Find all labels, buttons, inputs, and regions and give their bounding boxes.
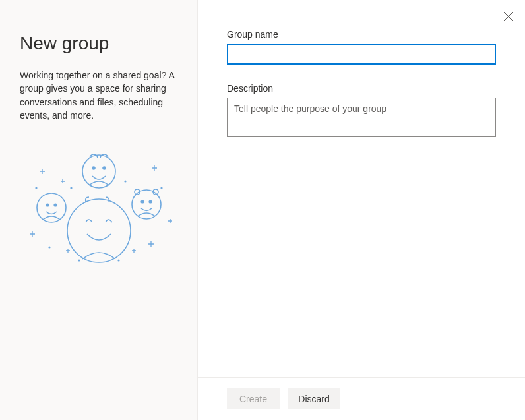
sidebar-panel: New group Working together on a shared g…: [0, 0, 198, 420]
create-button[interactable]: Create: [227, 388, 280, 409]
panel-description: Working together on a shared goal? A gro…: [20, 69, 177, 122]
svg-point-3: [103, 167, 106, 169]
group-illustration-icon: [20, 148, 177, 276]
svg-point-17: [117, 260, 119, 262]
panel-title: New group: [20, 33, 177, 54]
svg-point-5: [46, 204, 49, 206]
form-area: Group name Description: [198, 0, 525, 377]
discard-button[interactable]: Discard: [288, 388, 340, 409]
svg-point-16: [35, 187, 37, 189]
footer-actions: Create Discard: [198, 377, 525, 420]
svg-point-12: [70, 187, 72, 189]
close-button[interactable]: [501, 9, 516, 24]
svg-point-15: [160, 187, 162, 189]
svg-point-18: [78, 260, 80, 262]
svg-point-6: [54, 204, 57, 206]
description-input[interactable]: [227, 98, 496, 137]
main-panel: Group name Description Create Discard: [198, 0, 525, 420]
svg-point-1: [82, 155, 115, 188]
svg-point-9: [149, 200, 152, 203]
svg-point-8: [141, 200, 144, 203]
svg-point-13: [124, 181, 126, 183]
svg-point-4: [37, 193, 66, 222]
svg-point-14: [48, 247, 50, 249]
group-name-input[interactable]: [227, 44, 496, 65]
svg-point-2: [92, 167, 95, 169]
group-name-label: Group name: [227, 29, 496, 40]
close-icon: [503, 11, 514, 22]
description-label: Description: [227, 83, 496, 94]
